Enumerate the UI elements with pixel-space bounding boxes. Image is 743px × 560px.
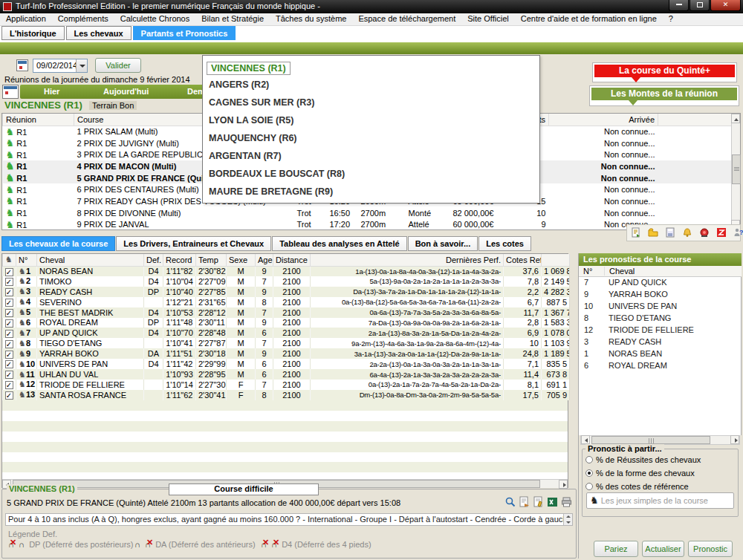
save-report-icon[interactable] (665, 227, 675, 238)
pronostic-row[interactable]: 7 UP AND QUICK (579, 277, 741, 289)
pariez-button[interactable]: Pariez (594, 541, 638, 557)
horses-col-distance[interactable]: Distance (273, 254, 311, 266)
horses-col-perf[interactable]: Dernières Perf. (311, 254, 504, 266)
horse-checkbox[interactable]: ✓ (5, 288, 13, 296)
reunion-option[interactable]: MAURE DE BRETAGNE (R9) (209, 186, 333, 197)
pronostic-option[interactable]: % de la forme des chevaux (585, 469, 738, 481)
horse-checkbox[interactable]: ✓ (5, 371, 13, 379)
scroll-up-button[interactable] (731, 114, 740, 123)
bell-icon[interactable] (682, 227, 692, 238)
menu-item[interactable]: Centre d'aide et de formation en ligne (515, 13, 663, 25)
reunion-option[interactable]: BORDEAUX LE BOUSCAT (R8) (209, 169, 345, 179)
reunion-option[interactable]: ANGERS (R2) (209, 79, 269, 90)
horses-col-sexe[interactable]: Sexe (227, 254, 256, 266)
horses-col-cheval[interactable]: Cheval (37, 254, 144, 266)
horse-checkbox[interactable]: ✓ (5, 360, 13, 368)
alarm-icon[interactable] (699, 227, 710, 238)
simple-bets-input[interactable]: ♞Les jeux simples de la course (586, 492, 734, 509)
magnifier-icon[interactable] (504, 496, 516, 508)
horses-col-def[interactable]: Def. (144, 254, 163, 266)
horse-row[interactable]: ✓ ♞9 YARRAH BOKO DA 1'11"51 2'30"18 M 9 … (3, 348, 570, 359)
user-help-icon[interactable]: ? (733, 227, 743, 238)
calendar-search-icon[interactable] (2, 85, 19, 99)
menu-item[interactable]: Application (0, 13, 52, 25)
horse-row[interactable]: ✓ ♞4 SEVERINO 1'12"21 2'31"65 M 8 2100 0… (3, 297, 570, 307)
date-dropdown-button[interactable] (76, 59, 87, 72)
race-row[interactable]: ♞ R1 9 PRIX DE JANVAL Trot 17:20 2700m A… (3, 219, 733, 231)
maximize-button[interactable] (690, 0, 710, 11)
horses-col-gains[interactable] (542, 254, 570, 266)
calendar-icon[interactable] (16, 59, 28, 71)
radio-button-icon[interactable] (585, 456, 593, 463)
horses-col-check[interactable]: ♞ (3, 254, 16, 266)
edit-page-icon[interactable] (533, 496, 545, 508)
horse-checkbox[interactable]: ✓ (5, 299, 13, 307)
export-document-icon[interactable] (631, 227, 641, 238)
horse-row[interactable]: ✓ ♞3 READY CASH DP 1'10"40 2'27"85 M 9 2… (3, 287, 570, 297)
scroll-left-button[interactable] (581, 435, 590, 444)
horse-checkbox[interactable]: ✓ (5, 309, 13, 317)
horse-checkbox[interactable]: ✓ (5, 268, 13, 276)
quinte-banner[interactable]: La course du Quinté+ (592, 62, 737, 82)
horse-checkbox[interactable]: ✓ (5, 351, 13, 359)
horse-checkbox[interactable]: ✓ (5, 391, 13, 400)
pronostic-button[interactable]: Pronostic (688, 541, 733, 557)
menu-item[interactable]: Bilan et Stratégie (195, 13, 270, 25)
horse-checkbox[interactable]: ✓ (5, 340, 13, 348)
horse-row[interactable]: ✓ ♞7 UP AND QUICK D4 1'10"70 2'28"48 M 6… (3, 328, 570, 338)
course-difficile-tab[interactable]: Course difficile (169, 484, 319, 495)
horse-checkbox[interactable]: ✓ (5, 278, 13, 286)
main-tab[interactable]: Les chevaux (66, 26, 132, 40)
horses-col-record[interactable]: Record (163, 254, 196, 266)
pronostics-scroll-thumb[interactable] (591, 436, 710, 444)
main-tab[interactable]: Partants et Pronostics (133, 26, 236, 40)
pronostic-row[interactable]: 3 READY CASH (579, 336, 741, 348)
actualiser-button[interactable]: Actualiser (642, 541, 684, 557)
radio-button-icon[interactable] (585, 483, 593, 490)
reunion-option[interactable]: LYON LA SOIE (R5) (209, 115, 293, 126)
scroll-right-button[interactable] (559, 480, 568, 489)
conditions-spinner[interactable] (563, 514, 572, 525)
main-tab[interactable]: L'historique (1, 26, 65, 40)
reunion-option[interactable]: ARGENTAN (R7) (209, 151, 282, 161)
races-vertical-scrollbar[interactable] (731, 114, 740, 229)
print-icon[interactable] (561, 496, 573, 508)
race-row[interactable]: ♞ R1 8 PRIX DE DIVONNE (Multi) Trot 16:5… (3, 207, 733, 219)
horse-row[interactable]: ✓ ♞2 TIMOKO D4 1'10"04 2'27"09 M 7 2100 … (3, 276, 570, 287)
prono-col-num[interactable]: N° (583, 267, 592, 276)
races-col-arrivee[interactable]: Arrivée (549, 114, 658, 126)
excel-export-icon[interactable] (547, 496, 559, 508)
horse-row[interactable]: ✓ ♞8 TIEGO D'ETANG 1'10"41 2'27"87 M 7 2… (3, 338, 570, 348)
pronostic-row[interactable]: 1 NORAS BEAN (579, 348, 741, 360)
close-button[interactable]: ✕ (710, 0, 741, 11)
horses-col-cote[interactable]: Cotes Ref. (504, 254, 542, 266)
date-select[interactable]: 09/02/2014 (33, 59, 88, 73)
horse-row[interactable]: ✓ ♞5 THE BEST MADRIK D4 1'10"53 2'28"12 … (3, 307, 570, 318)
horse-row[interactable]: ✓ ♞6 ROYAL DREAM DP 1'11"48 2'30"11 M 9 … (3, 318, 570, 328)
pronostic-row[interactable]: 12 TRIODE DE FELLIERE (579, 325, 741, 336)
open-folder-icon[interactable] (648, 227, 658, 238)
prono-col-cheval[interactable]: Cheval (604, 267, 635, 276)
detail-tab[interactable]: Bon à savoir... (408, 236, 478, 251)
horse-row[interactable]: ✓ ♞11 UHLAN DU VAL 1'10"93 2'28"95 M 6 2… (3, 369, 570, 380)
detail-tab[interactable]: Tableau des analyses en Attelé (272, 236, 406, 251)
reunion-option[interactable]: VINCENNES (R1) (207, 62, 291, 75)
horse-row[interactable]: ✓ ♞12 TRIODE DE FELLIERE 1'10"14 2'27"30… (3, 380, 570, 390)
pronostic-row[interactable]: 9 YARRAH BOKO (579, 289, 741, 301)
pronostic-row[interactable]: 8 TIEGO D'ETANG (579, 313, 741, 325)
montes-banner[interactable]: Les Montes de la réunion (589, 85, 739, 106)
nav-today[interactable]: Aujourd'hui (103, 87, 149, 96)
races-col-reunion[interactable]: Réunion (3, 114, 74, 126)
races-col-extra[interactable] (658, 114, 733, 126)
detail-tab[interactable]: Les Drivers, Entraineurs et Chevaux (116, 236, 271, 251)
pronostic-row[interactable]: 10 UNIVERS DE PAN (579, 301, 741, 313)
menu-item[interactable]: Site Officiel (461, 13, 514, 25)
horse-checkbox[interactable]: ✓ (5, 381, 13, 389)
menu-item[interactable]: Tâches du système (270, 13, 352, 25)
reunion-option[interactable]: CAGNES SUR MER (R3) (209, 97, 314, 108)
minimize-button[interactable] (669, 0, 689, 11)
reunion-option[interactable]: MAUQUENCHY (R6) (209, 133, 297, 143)
horse-checkbox[interactable]: ✓ (5, 319, 13, 328)
nav-yesterday[interactable]: Hier (44, 87, 59, 96)
horse-row[interactable]: ✓ ♞13 SANTA ROSA FRANCE 1'11"62 2'30"41 … (3, 390, 570, 400)
